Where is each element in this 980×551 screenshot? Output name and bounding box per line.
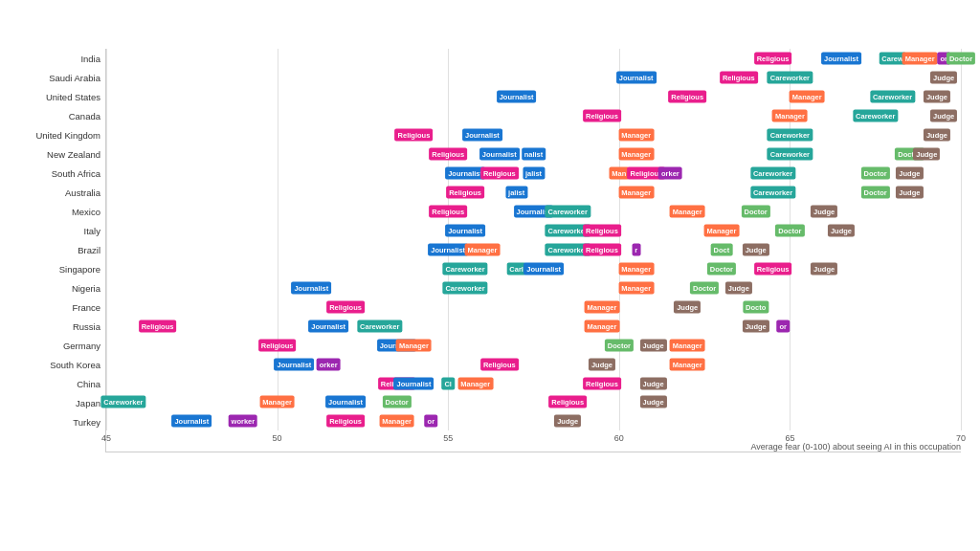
chip-doctor-india: Doctor bbox=[947, 53, 975, 65]
row-india: ReligiousJournalistCarewManagerorDoctor bbox=[106, 49, 961, 68]
chip-journalist-united-states: Journalist bbox=[497, 91, 537, 103]
chip-careworker-united-states: Careworker bbox=[870, 91, 915, 103]
chip-manager-united-kingdom: Manager bbox=[618, 129, 654, 142]
y-label-turkey: Turkey bbox=[19, 412, 105, 431]
y-label-australia: Australia bbox=[19, 183, 105, 202]
y-label-mexico: Mexico bbox=[19, 202, 105, 221]
row-france: ReligiousManagerJudgeDocto bbox=[106, 298, 961, 317]
y-label-france: France bbox=[19, 298, 105, 317]
chip-doctor-japan: Doctor bbox=[383, 396, 412, 408]
chip-journalist-south-africa: jalist bbox=[523, 167, 545, 180]
chip-doctor-mexico: Doctor bbox=[742, 205, 770, 217]
chip-careworker-saudi-arabia: Careworker bbox=[768, 72, 813, 84]
y-label-south-africa: South Africa bbox=[19, 164, 105, 183]
chip-journalist-nigeria: Journalist bbox=[291, 281, 331, 294]
chip-worker-russia: or bbox=[777, 320, 791, 332]
y-label-japan: Japan bbox=[19, 393, 105, 412]
y-axis: IndiaSaudi ArabiaUnited StatesCanadaUnit… bbox=[19, 49, 105, 452]
y-label-united-kingdom: United Kingdom bbox=[19, 125, 105, 144]
chip-judge-mexico: Judge bbox=[811, 205, 837, 217]
row-mexico: ReligiousJournalistCareworkerManagerDoct… bbox=[106, 202, 961, 221]
chip-manager-japan: Manager bbox=[259, 396, 295, 408]
chip-manager-germany: Manager bbox=[670, 339, 705, 351]
chip-judge-united-kingdom: Judge bbox=[924, 129, 950, 142]
chip-doctor-germany: Doctor bbox=[605, 339, 634, 351]
chip-religious-china: Religious bbox=[583, 377, 621, 389]
chip-journalist-saudi-arabia: Journalist bbox=[616, 72, 657, 84]
chip-judge-new-zealand: Judge bbox=[913, 148, 940, 161]
chip-judge-russia: Judge bbox=[743, 320, 769, 332]
chip-doctor-australia: Doctor bbox=[861, 187, 890, 199]
row-italy: JournalistCareworkerReligiousManagerDoct… bbox=[106, 221, 961, 240]
row-canada: ReligiousManagerCareworkerJudge bbox=[106, 106, 961, 125]
chip-journalist-japan: Journalist bbox=[325, 396, 366, 408]
chip-journalist-italy: Journalist bbox=[445, 224, 485, 236]
chip-doctor-singapore: Doctor bbox=[707, 262, 736, 275]
chip-judge-south-korea: Judge bbox=[589, 358, 615, 370]
row-australia: ReligiousjalistManagerCareworkerDoctorJu… bbox=[106, 183, 961, 202]
chip-careworker-canada: Careworker bbox=[853, 110, 898, 122]
chip-religious-italy: Religious bbox=[583, 224, 621, 236]
row-new-zealand: ReligiousJournalistnalistManagerCarework… bbox=[106, 144, 961, 164]
chip-religious-turkey: Religious bbox=[326, 415, 365, 428]
chip-religious-south-korea: Religious bbox=[480, 358, 519, 370]
row-south-korea: JournalistorkerReligiousJudgeManager bbox=[106, 355, 961, 374]
chip-doctor-south-africa: Doctor bbox=[861, 167, 890, 180]
chart-area: IndiaSaudi ArabiaUnited StatesCanadaUnit… bbox=[19, 49, 961, 452]
x-tick-50: 50 bbox=[273, 433, 282, 443]
row-saudi-arabia: JournalistReligiousCareworkerJudge bbox=[106, 68, 961, 87]
chip-journalist-new-zealand: Journalist bbox=[479, 148, 520, 161]
grid-line-70 bbox=[961, 49, 962, 430]
chip-manager-germany: Manager bbox=[396, 339, 432, 351]
chip-journalist-australia: jalist bbox=[505, 187, 527, 199]
row-turkey: JournalistworkerReligiousManagerorJudge bbox=[106, 411, 961, 430]
chart-subtitle bbox=[19, 25, 766, 39]
chip-worker-turkey: worker bbox=[229, 415, 258, 428]
chip-judge-nigeria: Judge bbox=[725, 281, 752, 294]
chip-judge-united-states: Judge bbox=[924, 91, 950, 103]
chip-religious-canada: Religious bbox=[583, 110, 621, 122]
chip-manager-canada: Manager bbox=[772, 110, 808, 122]
plot-area: ReligiousJournalistCarewManagerorDoctorJ… bbox=[105, 49, 961, 452]
chip-judge-australia: Judge bbox=[896, 187, 923, 199]
chip-religious-brazil: Religious bbox=[583, 243, 621, 255]
row-nigeria: JournalistCareworkerManagerDoctorJudge bbox=[106, 278, 961, 298]
chip-careworker-russia: Careworker bbox=[357, 320, 402, 332]
chip-careworker-japan: Careworker bbox=[100, 396, 145, 408]
y-label-brazil: Brazil bbox=[19, 240, 105, 259]
x-tick-60: 60 bbox=[614, 433, 624, 443]
chip-religious-india: Religious bbox=[754, 53, 792, 65]
chip-religious-germany: Religious bbox=[258, 339, 297, 351]
chip-religious-france: Religious bbox=[326, 300, 365, 313]
rows-area: ReligiousJournalistCarewManagerorDoctorJ… bbox=[106, 49, 961, 430]
row-brazil: JournalistManagerCareworkerReligiousrDoc… bbox=[106, 240, 961, 259]
chip-journalist-south-africa: Journalist bbox=[445, 167, 485, 180]
chip-religious-united-states: Religious bbox=[668, 91, 706, 103]
chip-manager-south-africa: Man bbox=[609, 167, 629, 180]
y-label-italy: Italy bbox=[19, 221, 105, 240]
row-united-states: JournalistReligiousManagerCareworkerJudg… bbox=[106, 87, 961, 106]
chip-manager-brazil: Manager bbox=[464, 243, 500, 255]
y-label-china: China bbox=[19, 374, 105, 393]
chip-judge-france: Judge bbox=[674, 300, 701, 313]
chip-religious-new-zealand: Religious bbox=[429, 148, 467, 161]
chip-worker-turkey: or bbox=[425, 415, 438, 428]
chip-religious-australia: Religious bbox=[446, 187, 484, 199]
chip-religious-japan: Religious bbox=[548, 396, 587, 408]
chip-careworker-new-zealand: Careworker bbox=[768, 148, 813, 161]
chip-judge-canada: Judge bbox=[930, 110, 957, 122]
y-label-south-korea: South Korea bbox=[19, 355, 105, 374]
chip-manager-nigeria: Manager bbox=[618, 281, 654, 294]
chip-judge-saudi-arabia: Judge bbox=[930, 72, 957, 84]
chip-judge-south-africa: Judge bbox=[896, 167, 923, 180]
chip-manager-france: Manager bbox=[585, 300, 620, 313]
chip-careworker-australia: Careworker bbox=[750, 187, 795, 199]
y-label-united-states: United States bbox=[19, 87, 105, 106]
chip-manager-italy: Manager bbox=[704, 224, 740, 236]
chip-religious-united-kingdom: Religious bbox=[395, 129, 434, 142]
row-china: ReligiousJournalistClManagerReligiousJud… bbox=[106, 374, 961, 393]
chip-judge-germany: Judge bbox=[639, 339, 666, 351]
chip-religious-singapore: Religious bbox=[754, 262, 792, 275]
chip-careworker-nigeria: Careworker bbox=[442, 281, 487, 294]
chip-judge-italy: Judge bbox=[828, 224, 855, 236]
